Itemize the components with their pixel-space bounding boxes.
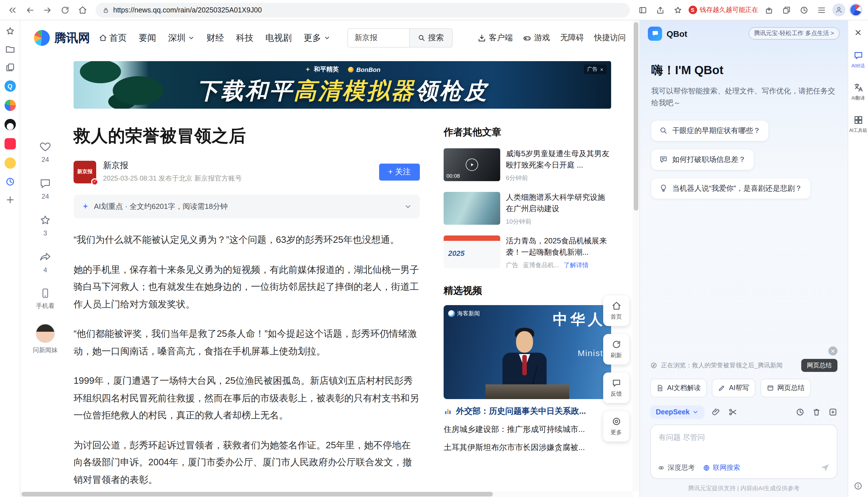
featured-video-player[interactable]: 海客新闻 中华人 Ministr <box>444 306 611 399</box>
dismiss-browsing-icon[interactable]: ✕ <box>828 346 837 355</box>
chat-history-button[interactable] <box>796 408 805 417</box>
model-selector[interactable]: DeepSeek <box>650 405 705 419</box>
reading-mode-button[interactable] <box>636 3 649 17</box>
article-thumbnail[interactable] <box>444 192 500 225</box>
nav-shenzhen[interactable]: 深圳 <box>168 32 194 44</box>
ad-close-icon[interactable]: × <box>600 67 603 72</box>
site-logo[interactable]: 腾讯网 <box>34 30 90 46</box>
qq-browser-app-icon[interactable]: Q <box>4 80 16 92</box>
comment-button[interactable]: 24 <box>39 177 52 200</box>
item-title[interactable]: 威海5岁男童疑遭生母及其男友殴打致死案今日开庭 ... <box>506 148 611 170</box>
nav-more[interactable]: 更多 <box>304 32 330 44</box>
scrollbar-thumb[interactable] <box>21 492 493 496</box>
page-summary-button[interactable]: 网页总结 <box>760 379 811 397</box>
games-link[interactable]: 游戏 <box>523 33 550 43</box>
ai-write-button[interactable]: AI帮写 <box>712 379 755 397</box>
ad-thumbnail[interactable]: 2025 <box>444 236 500 269</box>
account-avatar[interactable] <box>849 3 862 16</box>
collapse-sidebar-icon[interactable] <box>6 3 19 17</box>
list-item[interactable]: 人类细胞谱系大科学研究设施在广州启动建设 10分钟前 <box>444 192 611 226</box>
menu-button[interactable] <box>815 3 828 17</box>
profile-avatar[interactable] <box>833 3 845 16</box>
vertical-scrollbar[interactable] <box>633 20 639 491</box>
qq-app-icon[interactable] <box>4 119 16 130</box>
client-download-link[interactable]: 客户端 <box>478 33 513 43</box>
new-chat-button[interactable] <box>828 408 837 417</box>
banner-ad[interactable]: 和平精英 BonBon 下载和平高清模拟器领枪皮 广告× <box>74 61 611 109</box>
share-button[interactable]: 4 <box>39 251 52 274</box>
ai-summary-bar[interactable]: AI划重点 · 全文约6201字，阅读需18分钟 <box>74 195 420 218</box>
close-panel-button[interactable] <box>854 28 862 37</box>
refresh-button[interactable] <box>58 3 72 17</box>
video-title-link[interactable]: 外交部：历史问题事关中日关系政... <box>456 406 586 417</box>
share-button[interactable] <box>653 3 667 17</box>
favorite-button[interactable]: 3 <box>39 214 52 237</box>
tabs-button[interactable] <box>780 3 793 17</box>
tool-home-button[interactable]: 首页 <box>603 296 629 326</box>
history-button[interactable] <box>797 3 811 17</box>
list-item-ad[interactable]: 2025 活力青岛，2025食品机械展来袭！一起嗨翻食机新潮... 广告 蓝博食… <box>444 236 611 270</box>
collections-icon[interactable] <box>5 62 15 72</box>
home-button[interactable] <box>76 3 89 17</box>
extensions-puzzle-button[interactable] <box>762 3 776 17</box>
suggestion-card[interactable]: 干眼症的早期症状有哪些？ <box>651 120 768 141</box>
screenshot-button[interactable] <box>728 408 737 417</box>
history-clock-icon[interactable] <box>5 176 15 187</box>
tab-ai-translate[interactable]: AI翻译 <box>851 83 865 101</box>
nav-home[interactable]: 首页 <box>99 32 127 44</box>
yuanbao-promo-link[interactable]: 腾讯元宝-轻松工作 多点生活 > <box>748 27 840 40</box>
horizontal-scrollbar[interactable] <box>20 491 633 497</box>
url-bar[interactable]: https://news.qq.com/rain/a/20250325A01X9… <box>96 2 630 17</box>
nav-news[interactable]: 要闻 <box>139 32 156 44</box>
folder-icon[interactable] <box>5 44 15 54</box>
deep-think-toggle[interactable]: 深度思考 <box>657 463 695 472</box>
back-button[interactable] <box>23 3 37 17</box>
extension-ticker[interactable]: S 钱存越久越可能正在 <box>688 6 758 14</box>
like-button[interactable]: 24 <box>39 140 52 164</box>
tab-ai-chat[interactable]: AI对话 <box>851 51 865 69</box>
ai-doc-read-button[interactable]: AI文档解读 <box>650 379 707 397</box>
video-thumbnail[interactable]: 00:08 <box>444 148 500 181</box>
tool-more-button[interactable]: 更多 <box>603 411 629 441</box>
search-input[interactable]: 新京报 <box>348 29 409 47</box>
list-item[interactable]: 00:08 威海5岁男童疑遭生母及其男友殴打致死案今日开庭 ... 6分钟前 <box>444 148 611 182</box>
news-assistant-button[interactable]: 问新闻妹 <box>33 324 58 354</box>
item-title[interactable]: 活力青岛，2025食品机械展来袭！一起嗨翻食机新潮... <box>506 236 611 258</box>
send-button[interactable] <box>820 463 830 473</box>
follow-button[interactable]: + 关注 <box>379 163 420 180</box>
item-title[interactable]: 人类细胞谱系大科学研究设施在广州启动建设 <box>506 192 611 214</box>
author-name[interactable]: 新京报 <box>103 160 242 171</box>
ad-tag[interactable]: 广告× <box>584 65 607 74</box>
tab-ai-toolbox[interactable]: AI工具箱 <box>849 115 867 133</box>
tool-feedback-button[interactable]: 反馈 <box>603 372 629 403</box>
docs-app-icon[interactable] <box>4 100 16 111</box>
add-app-icon[interactable] <box>5 195 15 205</box>
mobile-view-button[interactable]: 手机看 <box>36 287 55 310</box>
suggestion-card[interactable]: 如何打破职场信息差？ <box>651 150 754 170</box>
nav-finance[interactable]: 财经 <box>206 32 224 44</box>
search-button[interactable]: 搜索 <box>409 29 452 47</box>
scissors-icon <box>728 408 737 417</box>
favorites-star-icon[interactable] <box>5 26 15 36</box>
video-list-item[interactable]: 住房城乡建设部：推广形成可持续城市... <box>444 425 611 435</box>
suggestion-card[interactable]: 当机器人说“我爱你”，是喜剧还是悲剧？ <box>651 178 810 199</box>
chat-input[interactable]: 有问题 尽管问 深度思考 联网搜索 <box>650 425 837 479</box>
info-icon[interactable] <box>854 482 862 490</box>
author-avatar[interactable]: 新京报✓ <box>74 160 96 183</box>
bookmark-star-button[interactable] <box>671 3 684 17</box>
ad-cta-link[interactable]: 了解详情 <box>564 261 589 270</box>
quick-access-link[interactable]: 快捷访问 <box>594 33 626 43</box>
scrollbar-thumb[interactable] <box>634 22 638 211</box>
nav-tv[interactable]: 电视剧 <box>265 32 292 44</box>
forward-button[interactable] <box>41 3 54 17</box>
tool-refresh-button[interactable]: 刷新 <box>603 334 629 365</box>
summarize-page-button[interactable]: 网页总结 <box>801 359 837 372</box>
web-search-toggle[interactable]: 联网搜索 <box>703 463 740 472</box>
rednote-app-icon[interactable] <box>4 138 16 150</box>
reading-app-icon[interactable] <box>4 157 16 169</box>
video-list-item[interactable]: 土耳其伊斯坦布尔市市长因涉嫌贪腐被... <box>444 443 611 453</box>
clear-chat-button[interactable] <box>812 408 821 417</box>
accessibility-link[interactable]: 无障碍 <box>560 33 584 43</box>
attach-file-button[interactable] <box>712 408 721 417</box>
nav-tech[interactable]: 科技 <box>236 32 254 44</box>
